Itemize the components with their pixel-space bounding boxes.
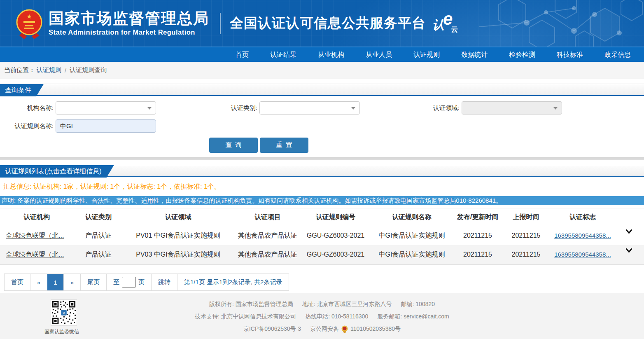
section-divider — [0, 157, 644, 160]
org-name-label: 机构名称: — [0, 104, 54, 112]
footer-police-record: 京公网安备 11010502035380号 — [310, 325, 401, 333]
pagination-next[interactable]: » — [64, 274, 81, 290]
col-cert-org: 认证机构 — [0, 213, 73, 222]
main-nav: 首页 认证结果 从业机构 从业人员 认证规则 数据统计 检验检测 科技标准 政采… — [0, 47, 644, 62]
nav-item-tech-standards[interactable]: 科技标准 — [546, 47, 594, 62]
rules-table: 认证机构 认证类别 认证领域 认证项目 认证规则编号 认证规则名称 发布/更新时… — [0, 208, 644, 265]
cert-mark-link[interactable]: 163955809544358... — [554, 232, 611, 239]
cell-category: 产品认证 — [73, 250, 124, 259]
svg-text:e: e — [63, 310, 65, 315]
police-badge-icon — [341, 325, 348, 333]
col-cert-project: 认证项目 — [233, 213, 303, 222]
breadcrumb-current: 认证规则查询 — [70, 66, 107, 74]
police-number: 11010502035380号 — [350, 325, 401, 333]
pagination-page-1[interactable]: 1 — [47, 274, 63, 290]
breadcrumb-link-cert-rules[interactable]: 认证规则 — [37, 66, 61, 74]
query-form: 机构名称: 认证类别: 认证领域: 认证规则名称: 查询 重置 — [0, 96, 644, 157]
goto-page-label: 页 — [138, 278, 145, 286]
pagination: 首页 « 1 » 尾页 至 页 跳转 第1/1页 显示1到2条记录, 共2条记录 — [4, 274, 289, 291]
cell-field: PV03 中GI食品认证实施规则 — [124, 250, 233, 259]
cell-rule-no: GGU-GZ6003-2021 — [303, 251, 369, 258]
cert-category-select[interactable] — [259, 101, 360, 115]
rule-name-input[interactable] — [56, 119, 156, 133]
svg-text:★: ★ — [26, 13, 32, 20]
col-expand — [614, 208, 644, 210]
cert-field-label: 认证领域: — [360, 104, 460, 112]
cert-field-select[interactable] — [462, 101, 562, 115]
nav-item-cert-results[interactable]: 认证结果 — [259, 47, 307, 62]
org-name-select[interactable] — [56, 101, 156, 115]
goto-to-label: 至 — [113, 278, 119, 286]
col-rule-name: 认证规则名称 — [369, 213, 455, 222]
footer-postcode: 邮编: 100820 — [401, 301, 435, 308]
nav-item-institutions[interactable]: 从业机构 — [307, 47, 355, 62]
breadcrumb-separator: / — [63, 67, 68, 74]
expand-chevron-icon[interactable] — [625, 228, 632, 236]
table-header-row: 认证机构 认证类别 认证领域 认证项目 认证规则编号 认证规则名称 发布/更新时… — [0, 208, 644, 226]
cell-project: 其他食品农产品认证 — [233, 231, 303, 240]
query-section-bar: 查询条件 — [0, 84, 644, 96]
platform-title: 全国认证认可信息公共服务平台 — [230, 14, 426, 33]
org-name-cn: 国家市场监督管理总局 — [49, 10, 209, 27]
col-report-date: 上报时间 — [500, 213, 552, 222]
footer-email: 服务邮箱: service@cait.com — [377, 313, 449, 320]
org-name-en: State Administration for Market Regulati… — [49, 28, 209, 36]
cell-report-date: 20211215 — [500, 232, 552, 239]
pagination-goto: 至 页 — [107, 274, 152, 290]
table-row[interactable]: 全球绿色联盟（北... 产品认证 PV01 中GI食品认证实施规则 其他食品农产… — [0, 226, 644, 245]
footer-line-1: 版权所有: 国家市场监督管理总局 地址: 北京市西城区三里河东路八号 邮编: 1… — [209, 301, 435, 308]
footer-support: 技术支持: 北京中认网信息技术有限公司 — [195, 313, 296, 320]
pagination-first[interactable]: 首页 — [5, 274, 30, 290]
org-name: 国家市场监督管理总局 State Administration for Mark… — [49, 10, 209, 36]
site-footer: e 国家认监委微信 版权所有: 国家市场监督管理总局 地址: 北京市西城区三里河… — [0, 293, 644, 339]
org-link[interactable]: 全球绿色联盟（北... — [6, 251, 64, 258]
chevron-down-icon — [351, 107, 355, 110]
wechat-qr-block: e 国家认监委微信 — [49, 299, 78, 335]
cell-publish-date: 20211215 — [455, 232, 500, 239]
cert-mark-link[interactable]: 163955809544358... — [554, 251, 611, 258]
cell-rule-name: 中GI食品认证实施规则 — [369, 250, 455, 259]
nav-item-cert-rules[interactable]: 认证规则 — [403, 47, 450, 62]
footer-line-3: 京ICP备09062530号-3 京公网安备 11010502035380号 — [243, 325, 401, 333]
pagination-last[interactable]: 尾页 — [81, 274, 107, 290]
results-section-title: 认证规则列表(点击查看详细信息) — [0, 165, 114, 178]
qr-code-image: e — [51, 299, 77, 326]
nav-item-inspection[interactable]: 检验检测 — [498, 47, 546, 62]
footer-text: 版权所有: 国家市场监督管理总局 地址: 北京市西城区三里河东路八号 邮编: 1… — [0, 293, 644, 339]
site-header: ★ 国家市场监督管理总局 State Administration for Ma… — [0, 0, 644, 47]
rule-name-label: 认证规则名称: — [0, 122, 54, 130]
chevron-down-icon — [147, 107, 152, 110]
footer-hotline: 热线电话: 010-58116300 — [305, 313, 368, 320]
summary-info: 汇总信息: 认证机构: 1家，认证规则: 1个，认证标志: 1个，依据标准: 1… — [0, 177, 644, 196]
search-button[interactable]: 查询 — [209, 138, 258, 153]
nav-item-home[interactable]: 首页 — [225, 47, 259, 62]
expand-chevron-icon[interactable] — [625, 247, 632, 255]
pagination-jump-button[interactable]: 跳转 — [152, 274, 177, 290]
footer-icp: 京ICP备09062530号-3 — [243, 325, 301, 333]
col-cert-category: 认证类别 — [73, 213, 124, 222]
nav-item-statistics[interactable]: 数据统计 — [450, 47, 498, 62]
chevron-down-icon — [553, 107, 558, 110]
reset-button[interactable]: 重置 — [260, 138, 308, 153]
col-publish-date: 发布/更新时间 — [455, 213, 500, 222]
goto-page-input[interactable] — [122, 277, 136, 288]
col-cert-field: 认证领域 — [124, 213, 233, 222]
form-row-1: 机构名称: 认证类别: 认证领域: — [0, 101, 644, 115]
table-row[interactable]: 全球绿色联盟（北... 产品认证 PV03 中GI食品认证实施规则 其他食品农产… — [0, 245, 644, 264]
ren-e-yun-logo: 认e云 — [432, 13, 458, 33]
query-section-title: 查询条件 — [0, 84, 44, 96]
brand-divider — [220, 13, 221, 34]
col-rule-no: 认证规则编号 — [303, 213, 369, 222]
breadcrumb: 当前位置：认证规则/认证规则查询 — [0, 62, 644, 79]
nav-item-procurement[interactable]: 政采信息 — [594, 47, 642, 62]
cell-field: PV01 中GI食品认证实施规则 — [124, 231, 233, 240]
cert-category-label: 认证类别: — [156, 104, 257, 112]
cell-category: 产品认证 — [73, 231, 124, 240]
nav-item-personnel[interactable]: 从业人员 — [355, 47, 403, 62]
footer-copyright: 版权所有: 国家市场监督管理总局 — [209, 301, 293, 308]
logo-ren: 认 — [432, 18, 444, 31]
cell-rule-no: GGU-GZ6003-2021 — [303, 232, 369, 239]
org-link[interactable]: 全球绿色联盟（北... — [6, 232, 64, 239]
pagination-prev[interactable]: « — [30, 274, 47, 290]
police-label: 京公网安备 — [310, 325, 339, 333]
